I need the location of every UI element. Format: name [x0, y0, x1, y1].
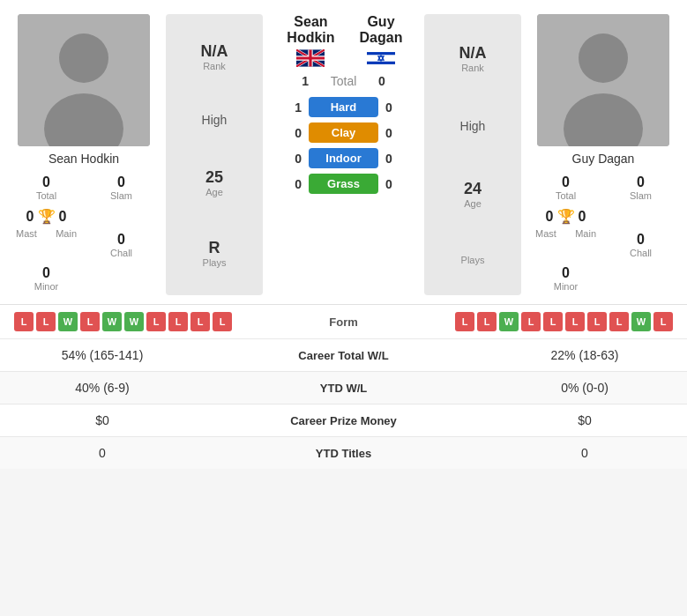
surface-p2-grass: 0 [378, 177, 414, 191]
player2-card: Guy Dagan 0 Total 0 Slam 0 🏆 0 Mast [528, 14, 678, 295]
player1-mast-value: 0 [26, 209, 34, 225]
player2-mast-label: Mast [535, 228, 556, 262]
surface-p1-clay: 0 [273, 126, 309, 140]
player2-stats: 0 Total 0 Slam 0 🏆 0 Mast Main [528, 171, 678, 295]
player2-chall-label: Chall [605, 248, 676, 258]
player2-main-label: Main [575, 228, 596, 262]
player1-plays-item: R Plays [203, 239, 227, 268]
player1-chall-cell: 0 Chall [84, 228, 159, 262]
player1-rank-label: Rank [201, 61, 228, 71]
player2-slam-cell: 0 Slam [603, 171, 678, 204]
player2-total-cell: 0 Total [528, 171, 603, 204]
p2-form-badge-3: L [521, 312, 541, 331]
p1-form-badge-1: L [36, 312, 56, 331]
form-label: Form [329, 315, 358, 329]
ytd-wl-label: YTD W/L [190, 382, 497, 395]
p2-form-badge-9: L [653, 312, 673, 331]
player2-minor-label: Minor [530, 281, 601, 292]
career-wl-p2: 22% (18-63) [497, 348, 673, 362]
player1-age-label: Age [205, 187, 223, 197]
surface-p2-clay: 0 [378, 126, 414, 140]
player2-slam-value: 0 [605, 174, 676, 190]
surface-p1-hard: 1 [273, 100, 309, 115]
player2-rank-label: Rank [459, 63, 487, 73]
player2-minor-cell: 0 Minor [528, 262, 603, 295]
player1-total-label: Total [11, 190, 82, 201]
total-p2: 0 [378, 74, 414, 88]
player2-photo [537, 14, 669, 146]
player2-age-value: 24 [464, 180, 482, 198]
surface-btn-indoor: Indoor [309, 148, 378, 168]
player2-total-label: Total [530, 190, 601, 201]
player2-plays-item: Plays [461, 255, 485, 265]
surface-row-clay: 0 Clay 0 [273, 122, 414, 143]
svg-point-1 [59, 33, 108, 83]
player2-chall-cell: 0 Chall [603, 228, 678, 262]
p1-form-badge-4: W [102, 312, 122, 331]
surface-btn-clay: Clay [309, 122, 378, 143]
p1-form-badge-8: L [190, 312, 210, 331]
player1-trophy-icon: 🏆 [38, 208, 56, 225]
surface-row-grass: 0 Grass 0 [273, 174, 414, 194]
stats-section: 54% (165-141) Career Total W/L 22% (18-6… [0, 338, 687, 469]
career-wl-row: 54% (165-141) Career Total W/L 22% (18-6… [0, 338, 687, 371]
player2-age-item: 24 Age [464, 180, 482, 209]
player1-slam-cell: 0 Slam [84, 171, 159, 204]
player2-minor-value: 0 [530, 265, 601, 281]
p2-form-badge-4: L [543, 312, 563, 331]
career-wl-label: Career Total W/L [190, 349, 497, 362]
prize-p2: $0 [497, 413, 673, 427]
player1-chall-value: 0 [86, 232, 157, 248]
player1-total-cell: 0 Total [9, 171, 84, 204]
player1-rank-value: N/A [201, 42, 228, 61]
player1-stats: 0 Total 0 Slam 0 🏆 0 Mast Main [9, 171, 159, 295]
center-player2-name: Guy Dagan [348, 14, 414, 46]
player2-form-badges: LLWLLLLLWL [455, 312, 673, 331]
p2-form-badge-8: W [631, 312, 651, 331]
player2-mast-cell: 0 🏆 0 [528, 204, 603, 228]
player1-chall-label: Chall [86, 248, 157, 258]
p2-form-badge-2: W [499, 312, 519, 331]
surface-p2-indoor: 0 [378, 152, 414, 166]
player2-trophy-icon: 🏆 [557, 208, 575, 225]
p1-form-badge-3: L [80, 312, 100, 331]
prize-row: $0 Career Prize Money $0 [0, 404, 687, 436]
player2-info-box: N/A Rank High 24 Age Plays [424, 14, 521, 295]
surface-rows: 1 Hard 0 0 Clay 0 0 Indoor 0 0 Grass 0 [273, 97, 414, 199]
player2-plays-label: Plays [461, 255, 485, 265]
p1-form-badge-2: W [58, 312, 78, 331]
player1-mast-cell: 0 🏆 0 [9, 204, 84, 228]
prize-label: Career Prize Money [190, 414, 497, 427]
career-wl-p1: 54% (165-141) [14, 348, 190, 362]
surface-p1-indoor: 0 [273, 152, 309, 166]
ytd-wl-p2: 0% (0-0) [497, 381, 673, 395]
player1-high-item: High [202, 113, 228, 127]
p1-form-badge-0: L [14, 312, 34, 331]
player1-mast-label-cell: Mast Main [9, 228, 84, 262]
center-section: Sean Hodkin Guy Dagan [270, 14, 417, 295]
player2-slam-label: Slam [605, 190, 676, 201]
player2-main-value: 0 [579, 209, 586, 225]
player1-name: Sean Hodkin [49, 152, 119, 166]
p2-form-badge-6: L [587, 312, 607, 331]
player1-high-value: High [202, 113, 228, 127]
ytd-wl-p1: 40% (6-9) [14, 381, 190, 395]
ytd-titles-p1: 0 [14, 446, 190, 460]
player1-form-badges: LLWLWWLLLL [14, 312, 232, 331]
player2-high-item: High [460, 119, 486, 133]
total-p1: 1 [273, 74, 309, 88]
player1-minor-cell: 0 Minor [9, 262, 84, 295]
player2-age-label: Age [464, 198, 482, 209]
player2-total-value: 0 [530, 174, 601, 190]
player1-total-value: 0 [11, 174, 82, 190]
total-label: Total [309, 74, 378, 88]
p2-form-badge-1: L [477, 312, 497, 331]
p2-form-badge-7: L [609, 312, 629, 331]
player2-flag-icon [367, 49, 395, 67]
player2-mast-label-cell: Mast Main [528, 228, 603, 262]
prize-p1: $0 [14, 413, 190, 427]
p1-form-badge-7: L [168, 312, 188, 331]
player1-age-item: 25 Age [205, 168, 223, 197]
p1-form-badge-5: W [124, 312, 144, 331]
p2-form-badge-0: L [455, 312, 474, 331]
